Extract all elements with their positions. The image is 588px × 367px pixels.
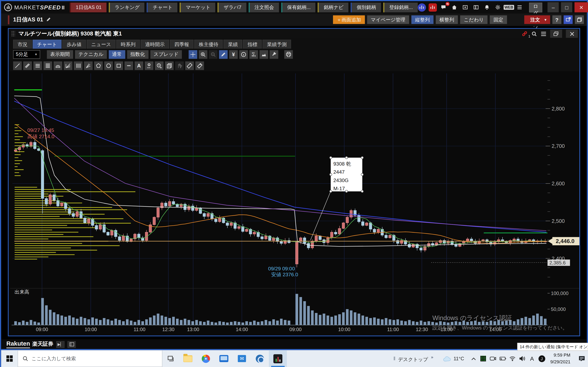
duplicate-window-button[interactable] <box>550 30 562 38</box>
logout-button[interactable]: ログアウト <box>529 2 543 12</box>
multitool-tab-市況[interactable]: 市況 <box>13 40 32 49</box>
pentagon-icon[interactable] <box>94 61 103 70</box>
pagebar-button[interactable]: マイページ管理 <box>367 15 409 24</box>
h-lines-3-icon[interactable] <box>33 61 42 70</box>
multitool-tab-業績予測[interactable]: 業績予測 <box>263 40 291 49</box>
minimize-button[interactable]: – <box>548 2 559 12</box>
pagebar-button[interactable]: 縦整列 <box>411 15 433 24</box>
rect-icon[interactable] <box>114 61 123 70</box>
icon-stamp-icon[interactable]: icon <box>145 61 153 70</box>
v-lines-icon[interactable] <box>74 61 82 70</box>
gear-icon[interactable] <box>494 3 502 11</box>
ime-letter-icon[interactable]: A <box>527 355 537 362</box>
multitool-tab-歩み値[interactable]: 歩み値 <box>62 40 86 49</box>
multitool-title-bar[interactable]: マルチツール(個別銘柄) 9308 乾汽船 東1 1 <box>9 29 579 39</box>
top-tab[interactable]: マーケット <box>180 2 215 12</box>
price-chart[interactable]: 2,8002,7002,6002,5002,400100,00050,00009… <box>9 71 580 336</box>
taskbar-app-explorer[interactable] <box>179 350 197 367</box>
battery-icon[interactable] <box>498 357 508 361</box>
pagebar-button[interactable]: ＋画面追加 <box>333 15 365 24</box>
fib-arc-icon[interactable] <box>54 61 62 70</box>
pagebar-button[interactable]: 固定 <box>490 15 507 24</box>
top-tab[interactable]: 注文照会 <box>249 2 279 12</box>
taskbar-app-remote-desktop[interactable] <box>215 350 233 367</box>
chart-toolbar-button[interactable]: 通常 <box>109 50 125 58</box>
footer-expand-icon[interactable]: ▶▏ <box>56 341 65 348</box>
close-window-button[interactable] <box>566 30 578 38</box>
top-tab[interactable]: 保有銘柄... <box>281 2 316 12</box>
yen-icon[interactable]: ¥ <box>229 50 238 58</box>
desktop-toolbar-label[interactable]: デスクトップ» <box>398 354 433 363</box>
bell-icon[interactable] <box>483 3 491 11</box>
close-button[interactable]: ✕ <box>575 2 588 12</box>
clock-arrow-icon[interactable] <box>155 61 164 70</box>
link-window-icon[interactable] <box>564 15 573 24</box>
chart-toolbar-button[interactable]: スプレッド <box>150 50 182 58</box>
top-tab[interactable]: 銘柄ナビ <box>318 2 348 12</box>
maximize-button[interactable]: □ <box>561 2 572 12</box>
multitool-tab-時系列[interactable]: 時系列 <box>116 40 140 49</box>
h-lines-4-icon[interactable] <box>43 61 52 70</box>
home-icon[interactable] <box>450 3 458 11</box>
top-tab[interactable]: 登録銘柄... <box>383 2 418 12</box>
zoom-in-icon[interactable] <box>199 50 208 58</box>
taskbar-app-chrome[interactable] <box>197 350 215 367</box>
chevron-icon[interactable]: » <box>431 354 433 359</box>
menu-icon[interactable] <box>516 3 524 11</box>
taskbar-app-marketspeed[interactable] <box>269 350 287 367</box>
taskbar-search-input[interactable]: ここに入力して検索 <box>17 350 162 367</box>
taskview-icon[interactable] <box>162 350 179 367</box>
window-menu-icon[interactable] <box>541 31 546 36</box>
layout-panes-icon[interactable] <box>472 3 480 11</box>
pagebar-button[interactable]: こだわり <box>460 15 487 24</box>
fib-fan-icon[interactable] <box>64 61 72 70</box>
start-button[interactable] <box>1 350 18 367</box>
action-center-icon[interactable] <box>574 356 588 361</box>
multitool-tab-指標[interactable]: 指標 <box>243 40 262 49</box>
taskbar-clock[interactable]: 9:59 PM 9/29/2021 <box>550 352 571 365</box>
top-tab[interactable]: ザラバ7 <box>218 2 246 12</box>
drag-handle[interactable] <box>11 31 15 37</box>
zoom-out-icon[interactable] <box>209 50 217 58</box>
multitool-tab-適時開示[interactable]: 適時開示 <box>141 40 169 49</box>
help-button[interactable]: ? <box>553 15 562 24</box>
show-hidden-icons[interactable] <box>468 357 478 360</box>
restore-window-icon[interactable] <box>575 15 584 24</box>
camera-icon[interactable] <box>488 356 498 361</box>
angle-fan-icon[interactable] <box>84 61 93 70</box>
wrench-icon[interactable] <box>270 50 278 58</box>
taskbar-grip[interactable]: ‖ <box>393 356 396 361</box>
trendline-icon[interactable] <box>13 61 22 70</box>
multitool-tab-ニュース[interactable]: ニュース <box>87 40 116 49</box>
eraser-icon[interactable] <box>185 61 194 70</box>
chart-toolbar-button[interactable]: 表示期間 <box>47 50 73 58</box>
search-symbol-icon[interactable] <box>531 31 537 37</box>
app-chart-blue-icon[interactable] <box>418 3 426 11</box>
ime-mode-icon[interactable]: J <box>537 355 546 362</box>
circle-icon[interactable] <box>104 61 113 70</box>
hand-icon[interactable] <box>175 61 184 70</box>
area-chart-icon[interactable] <box>259 50 268 58</box>
multitool-tab-四季報[interactable]: 四季報 <box>170 40 194 49</box>
led-status-icon[interactable] <box>478 356 488 361</box>
pencil-icon[interactable] <box>219 50 228 58</box>
top-tab[interactable]: 個別銘柄 <box>351 2 381 12</box>
footer-pane-icon[interactable] <box>68 341 76 348</box>
pagebar-button[interactable]: 横整列 <box>436 15 458 24</box>
multitool-tab-業績[interactable]: 業績 <box>224 40 242 49</box>
taskbar-app-media-player[interactable] <box>251 350 269 367</box>
link-group-icon[interactable]: 1 <box>522 31 527 37</box>
info-icon[interactable] <box>239 50 248 58</box>
my-chart-icon[interactable]: MY <box>250 50 258 58</box>
chart-toolbar-button[interactable]: 指数化 <box>127 50 148 58</box>
app-chart-red-icon[interactable] <box>429 3 437 11</box>
add-window-icon[interactable] <box>461 3 469 11</box>
wifi-icon[interactable] <box>508 356 517 361</box>
edit-page-name-icon[interactable] <box>46 17 51 22</box>
text-a-icon[interactable]: A <box>135 61 143 70</box>
top-tab[interactable]: チャート <box>147 2 177 12</box>
chart-toolbar-button[interactable]: テクニカル <box>75 50 107 58</box>
crosshair-icon[interactable] <box>189 50 197 58</box>
top-tab[interactable]: 1日信AS 01 <box>70 2 106 12</box>
timeframe-select[interactable]: 5分足▼ <box>13 50 40 58</box>
